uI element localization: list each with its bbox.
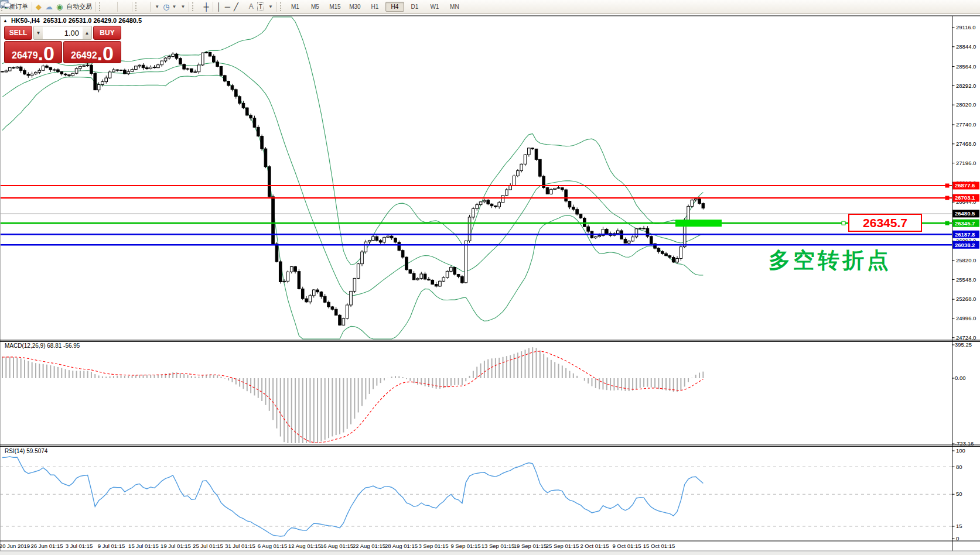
trade-cloud-button[interactable]: ☁ [43,1,54,13]
candle-body [224,76,227,81]
sell-price-panel[interactable]: 26479.0 [4,41,62,63]
time-axis-label: 13 Sep 01:15 [482,543,515,549]
candle-body [112,70,115,72]
price-tick-label: 28564.0 [956,63,976,70]
candle-body [616,231,619,234]
candle-body [12,67,15,68]
line-marker[interactable] [842,221,845,225]
tile-windows-button[interactable] [127,1,130,13]
candle-body [375,237,378,241]
candle-body [60,71,63,74]
vertical-line-button[interactable]: │ [215,1,223,13]
caret-down-icon: ▼ [155,4,159,9]
price-tick-label: 24996.0 [956,315,976,321]
history-center-button[interactable]: ◆ [34,1,43,13]
trendline-button[interactable]: ╱ [232,1,240,13]
candle-body [498,203,501,207]
volume-decrease-button[interactable]: ▼ [34,26,43,39]
candle-body [124,70,127,74]
chart-ohlc-header: ▲ HK50-,H4 26531.0 26531.0 26429.0 26480… [3,17,142,24]
chart-canvas[interactable]: 29116.028844.028564.028292.028020.027740… [0,0,980,555]
text-icon: A [249,3,254,11]
timeframe-m30[interactable]: M30 [346,2,364,12]
chart-shift-button[interactable] [145,1,148,13]
candle-body [209,53,211,56]
timeframe-m1[interactable]: M1 [286,2,305,12]
line-marker[interactable] [945,221,949,225]
timeframe-m15[interactable]: M15 [326,2,344,12]
candle-body [535,149,538,159]
chat-icon[interactable] [0,0,11,9]
price-line-label: 26703.1 [955,194,975,201]
timeframe-w1[interactable]: W1 [425,2,444,12]
chart-note-text[interactable]: 多空转折点 [769,246,892,275]
text-button[interactable]: A [247,1,255,13]
signals-button[interactable]: ◉ [54,1,64,13]
fibonacci-button[interactable]: F [244,1,247,13]
buy-button[interactable]: BUY [93,26,121,40]
candle-body [598,236,601,237]
crosshair-button[interactable]: ┼ [202,1,210,13]
text-label-button[interactable]: T [255,1,266,13]
signal-icon: ◉ [56,3,63,11]
candle-body [379,241,382,242]
candle-body [35,72,37,74]
price-line-label: 26038.2 [955,242,975,248]
buy-price-panel[interactable]: 26492.0 [63,41,121,63]
candle-body [250,115,252,118]
candle-body [561,188,564,190]
timeframe-m5[interactable]: M5 [306,2,325,12]
timeframe-mn[interactable]: MN [445,2,464,12]
candle-body [368,241,371,242]
time-axis-label: 19 Sep 01:15 [514,543,547,549]
candle-body [97,84,100,90]
cloud-icon: ☁ [45,3,53,11]
candle-body [253,118,256,128]
horizontal-line-button[interactable]: ─ [223,1,232,13]
candle-body [431,280,434,284]
time-axis-label: 12 Aug 01:15 [288,543,321,549]
timeframe-h1[interactable]: H1 [366,2,384,12]
candle-body [23,70,26,74]
price-tick-label: 25820.0 [956,257,976,263]
arrows-button[interactable]: ▼ [266,1,275,13]
candle-body [27,74,30,76]
line-marker[interactable] [945,196,949,200]
candle-body [179,59,182,64]
candle-body [679,247,682,259]
text-label-icon: T [257,2,264,11]
equidistant-channel-button[interactable]: E [240,1,244,13]
candle-body [49,67,52,70]
candle-body [409,270,412,273]
candle-body [483,200,486,202]
price-callout-box[interactable]: 26345.7 [848,214,922,232]
line-chart-button[interactable] [112,1,115,13]
candle-body [357,264,360,279]
candle-body [305,299,308,302]
highlight-segment[interactable] [675,220,722,227]
candle-body [453,268,456,275]
candle-body [672,258,675,262]
templates-button[interactable]: ▼ [179,1,187,13]
candle-body [412,273,415,280]
candle-body [416,279,419,280]
candle-body [383,237,386,242]
volume-increase-button[interactable]: ▲ [83,26,91,39]
sell-button[interactable]: SELL [4,26,32,40]
periods-button[interactable]: ◷ ▼ [161,1,178,13]
line-marker[interactable] [945,184,949,187]
candle-body [227,81,230,85]
timeframe-d1[interactable]: D1 [405,2,424,12]
candle-body [428,279,431,280]
timeframe-h4[interactable]: H4 [385,2,404,12]
auto-trading-button[interactable]: 自动交易 [64,1,94,13]
candle-body [46,66,49,68]
candle-body [446,271,449,278]
indicators-button[interactable]: ▼ [152,1,161,13]
collapse-panel-icon[interactable]: ▲ [3,18,8,23]
candle-body [476,205,479,209]
volume-input[interactable]: 1.00 [43,26,83,39]
price-tick-label: 25268.0 [956,296,976,302]
candle-body [372,237,375,241]
candle-body [245,108,248,115]
